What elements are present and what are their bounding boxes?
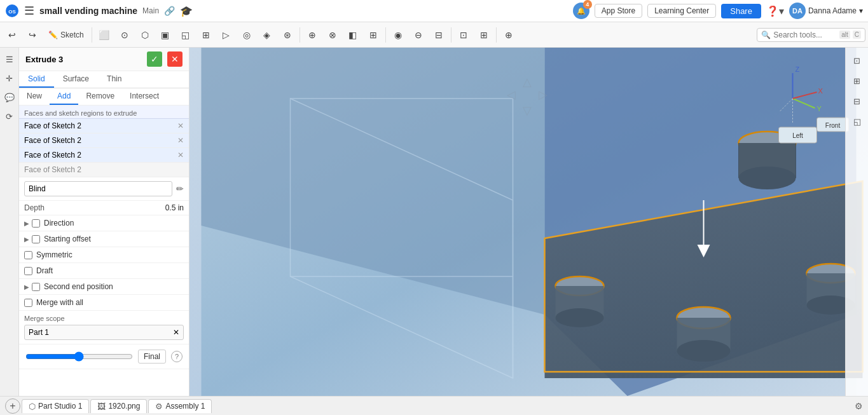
settings-icon[interactable]: ⚙ — [855, 401, 863, 411]
sidebar-icon-4[interactable]: ⟳ — [2, 109, 17, 124]
app-store-button[interactable]: App Store — [595, 4, 642, 18]
user-menu[interactable]: DA Danna Adame ▾ — [789, 3, 863, 19]
help-circle-button[interactable]: ? — [171, 351, 183, 362]
tool-18[interactable]: ⊡ — [454, 25, 473, 44]
final-button[interactable]: Final — [138, 350, 166, 364]
end-type-select[interactable]: Blind Through All Up to Face Up to Verte… — [24, 181, 172, 196]
mini-tool-2[interactable]: ⊞ — [848, 72, 866, 90]
merge-with-all-label: Merge with all — [36, 298, 83, 307]
face-item-4[interactable]: Face of Sketch 2 — [19, 163, 189, 177]
merge-with-all-row[interactable]: Merge with all — [19, 295, 189, 311]
kbd-c: C — [853, 31, 861, 39]
face-item-3[interactable]: Face of Sketch 2 ✕ — [19, 148, 189, 163]
top-bar: OS ☰ small vending machine Main 🔗 🎓 4 🔔 … — [0, 0, 868, 22]
studio-icon: ⬡ — [29, 402, 36, 411]
sidebar-icon-1[interactable]: ☰ — [2, 51, 17, 67]
symmetric-checkbox[interactable] — [24, 251, 32, 259]
tool-15[interactable]: ◉ — [389, 25, 408, 44]
face-item-2-remove[interactable]: ✕ — [177, 136, 184, 145]
tool-17[interactable]: ⊟ — [429, 25, 448, 44]
pencil-button[interactable]: ✏ — [176, 184, 184, 194]
tab-surface[interactable]: Surface — [54, 71, 98, 88]
face-item-1-remove[interactable]: ✕ — [177, 121, 184, 130]
tool-5[interactable]: ◱ — [176, 25, 195, 44]
hamburger-menu[interactable]: ☰ — [24, 4, 34, 18]
redo-button[interactable]: ↪ — [23, 25, 42, 44]
main-area: ☰ ✛ 💬 ⟳ Extrude 3 ✓ ✕ Solid Surface Thin… — [0, 48, 868, 396]
merge-with-all-checkbox[interactable] — [24, 299, 32, 307]
op-new[interactable]: New — [19, 88, 50, 105]
tool-3[interactable]: ⬡ — [135, 25, 155, 44]
panel-header: Extrude 3 ✓ ✕ — [19, 48, 189, 71]
tool-20[interactable]: ⊕ — [499, 25, 518, 44]
tool-7[interactable]: ▷ — [217, 25, 236, 44]
preview-slider[interactable] — [25, 351, 133, 362]
main-toolbar: ↩ ↪ ✏️ Sketch ⬜ ⊙ ⬡ ▣ ◱ ⊞ ▷ ◎ ◈ ⊛ ⊕ ⊗ ◧ … — [0, 22, 868, 48]
merge-scope-section: Merge scope Part 1 ✕ — [19, 311, 189, 344]
tool-10[interactable]: ⊛ — [278, 25, 297, 44]
sidebar-icon-3[interactable]: 💬 — [2, 90, 17, 105]
tool-4[interactable]: ▣ — [156, 25, 175, 44]
face-item-1[interactable]: Face of Sketch 2 ✕ — [19, 119, 189, 133]
starting-offset-checkbox[interactable] — [32, 235, 40, 243]
mini-tool-1[interactable]: ⊡ — [848, 51, 866, 69]
face-item-2[interactable]: Face of Sketch 2 ✕ — [19, 133, 189, 148]
tab-image[interactable]: 🖼 1920.png — [90, 399, 147, 413]
sketch-button[interactable]: ✏️ Sketch — [43, 28, 89, 42]
second-end-checkbox[interactable] — [32, 283, 40, 291]
direction-checkbox-label: Direction — [32, 219, 74, 228]
symmetric-label: Symmetric — [36, 250, 72, 259]
learning-center-button[interactable]: Learning Center — [647, 4, 716, 18]
notification-button[interactable]: 4 🔔 — [573, 3, 589, 19]
tool-1[interactable]: ⬜ — [95, 25, 114, 44]
tool-11[interactable]: ⊕ — [303, 25, 322, 44]
user-dropdown-icon[interactable]: ▾ — [859, 6, 863, 15]
op-intersect[interactable]: Intersect — [122, 88, 167, 105]
depth-value: 0.5 in — [165, 203, 184, 212]
symmetric-row[interactable]: Symmetric — [19, 247, 189, 263]
face-list-label: Faces and sketch regions to extrude — [19, 105, 189, 119]
mini-tool-3[interactable]: ⊟ — [848, 92, 866, 110]
draft-checkbox[interactable] — [24, 267, 32, 275]
search-icon: 🔍 — [761, 31, 771, 39]
second-end-row[interactable]: ▶ Second end position — [19, 279, 189, 295]
graduation-icon[interactable]: 🎓 — [180, 5, 193, 17]
tool-19[interactable]: ⊞ — [474, 25, 493, 44]
notification-badge: 4 — [583, 0, 592, 9]
tool-13[interactable]: ◧ — [343, 25, 362, 44]
tool-6[interactable]: ⊞ — [196, 25, 216, 44]
tab-assembly[interactable]: ⚙ Assembly 1 — [148, 399, 212, 413]
search-input[interactable] — [773, 31, 837, 39]
direction-row[interactable]: ▶ Direction — [19, 215, 189, 231]
face-item-3-remove[interactable]: ✕ — [177, 151, 184, 160]
starting-offset-row[interactable]: ▶ Starting offset — [19, 231, 189, 247]
user-name: Danna Adame — [808, 6, 857, 15]
tool-9[interactable]: ◈ — [258, 25, 277, 44]
direction-checkbox[interactable] — [32, 219, 40, 228]
merge-scope-remove[interactable]: ✕ — [173, 328, 179, 337]
link-icon[interactable]: 🔗 — [164, 6, 175, 16]
tab-part-studio[interactable]: ⬡ Part Studio 1 — [22, 399, 89, 413]
draft-row[interactable]: Draft — [19, 263, 189, 279]
confirm-button[interactable]: ✓ — [147, 51, 162, 67]
op-remove[interactable]: Remove — [78, 88, 122, 105]
tool-14[interactable]: ⊞ — [364, 25, 383, 44]
svg-text:◁: ◁ — [507, 88, 516, 101]
help-button[interactable]: ❓▾ — [766, 5, 784, 17]
sidebar-icon-2[interactable]: ✛ — [2, 71, 17, 86]
op-add[interactable]: Add — [50, 88, 78, 105]
add-tab-button[interactable]: + — [5, 398, 20, 414]
undo-button[interactable]: ↩ — [3, 25, 22, 44]
share-button[interactable]: Share — [721, 4, 761, 18]
cancel-button[interactable]: ✕ — [167, 51, 183, 67]
tab-thin[interactable]: Thin — [98, 71, 130, 88]
tool-2[interactable]: ⊙ — [115, 25, 134, 44]
mini-tool-4[interactable]: ◱ — [848, 112, 866, 130]
tab-image-label: 1920.png — [108, 402, 140, 411]
tool-12[interactable]: ⊗ — [323, 25, 342, 44]
tool-8[interactable]: ◎ — [237, 25, 256, 44]
tool-16[interactable]: ⊖ — [409, 25, 428, 44]
tab-solid[interactable]: Solid — [19, 71, 54, 88]
separator-3 — [385, 27, 386, 43]
face-item-3-label: Face of Sketch 2 — [24, 151, 81, 160]
